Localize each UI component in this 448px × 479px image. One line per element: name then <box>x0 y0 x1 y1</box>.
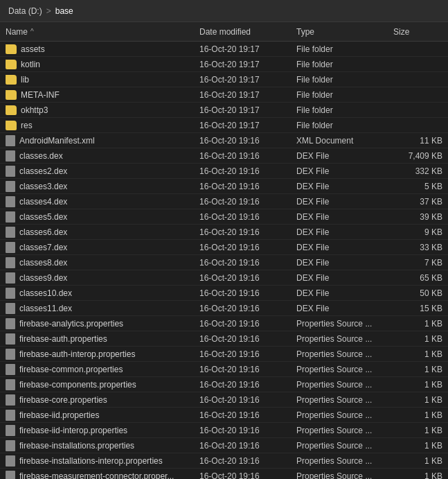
file-type: Properties Source ... <box>291 456 388 466</box>
file-type: DEX File <box>291 182 388 191</box>
file-date: 16-Oct-20 19:16 <box>194 166 291 176</box>
file-icon <box>6 425 15 436</box>
file-type: Properties Source ... <box>291 471 388 480</box>
file-icon <box>6 288 15 299</box>
file-name: kotlin <box>21 60 188 69</box>
file-name: firebase-auth-interop.properties <box>19 349 188 359</box>
file-type: File folder <box>291 90 388 100</box>
file-type: File folder <box>291 121 388 130</box>
table-row[interactable]: firebase-analytics.properties16-Oct-20 1… <box>0 316 448 331</box>
file-date: 16-Oct-20 19:16 <box>194 273 291 283</box>
file-size: 7,409 KB <box>388 151 448 161</box>
table-row[interactable]: classes7.dex16-Oct-20 19:16DEX File33 KB <box>0 240 448 255</box>
table-row[interactable]: firebase-core.properties16-Oct-20 19:16P… <box>0 392 448 408</box>
file-name: classes2.dex <box>19 166 188 176</box>
file-name: classes11.dex <box>19 304 188 313</box>
file-name: firebase-measurement-connector.proper... <box>19 471 188 480</box>
file-icon <box>6 455 15 467</box>
file-icon <box>6 379 15 390</box>
file-name: classes8.dex <box>19 258 188 268</box>
file-size: 50 KB <box>388 288 448 298</box>
file-date: 16-Oct-20 19:16 <box>194 349 291 359</box>
table-row[interactable]: firebase-iid.properties16-Oct-20 19:16Pr… <box>0 408 448 423</box>
file-date: 16-Oct-20 19:16 <box>194 197 291 207</box>
table-row[interactable]: classes10.dex16-Oct-20 19:16DEX File50 K… <box>0 286 448 301</box>
folder-icon <box>6 90 17 100</box>
file-icon <box>6 303 15 314</box>
file-type: File folder <box>291 60 388 69</box>
file-size: 1 KB <box>388 334 448 344</box>
file-type: File folder <box>291 105 388 115</box>
table-row[interactable]: classes4.dex16-Oct-20 19:16DEX File37 KB <box>0 194 448 209</box>
file-type: DEX File <box>291 151 388 161</box>
file-icon <box>6 196 15 207</box>
col-header-size[interactable]: Size <box>388 27 448 37</box>
table-row[interactable]: firebase-installations.properties16-Oct-… <box>0 438 448 453</box>
file-date: 16-Oct-20 19:16 <box>194 426 291 435</box>
file-type: DEX File <box>291 212 388 222</box>
file-name: firebase-iid-interop.properties <box>19 426 188 435</box>
table-row[interactable]: res16-Oct-20 19:17File folder <box>0 118 448 133</box>
file-name: classes3.dex <box>19 182 188 191</box>
file-icon <box>6 394 15 406</box>
table-row[interactable]: AndroidManifest.xml16-Oct-20 19:16XML Do… <box>0 133 448 148</box>
file-size: 37 KB <box>388 197 448 207</box>
table-row[interactable]: firebase-auth.properties16-Oct-20 19:16P… <box>0 331 448 347</box>
table-row[interactable]: firebase-installations-interop.propertie… <box>0 453 448 469</box>
file-type: DEX File <box>291 197 388 207</box>
file-icon <box>6 410 15 421</box>
file-date: 16-Oct-20 19:17 <box>194 44 291 54</box>
table-row[interactable]: firebase-components.properties16-Oct-20 … <box>0 377 448 392</box>
table-row[interactable]: firebase-measurement-connector.proper...… <box>0 469 448 479</box>
file-size: 1 KB <box>388 395 448 405</box>
table-row[interactable]: classes11.dex16-Oct-20 19:16DEX File15 K… <box>0 301 448 316</box>
file-icon <box>6 364 15 375</box>
col-header-name[interactable]: Name ^ <box>0 27 194 37</box>
file-date: 16-Oct-20 19:17 <box>194 105 291 115</box>
file-date: 16-Oct-20 19:17 <box>194 75 291 85</box>
table-row[interactable]: firebase-auth-interop.properties16-Oct-2… <box>0 347 448 362</box>
file-date: 16-Oct-20 19:16 <box>194 456 291 466</box>
col-header-type[interactable]: Type <box>291 27 388 37</box>
file-size: 5 KB <box>388 182 448 191</box>
file-date: 16-Oct-20 19:16 <box>194 182 291 191</box>
file-icon <box>6 272 15 284</box>
table-row[interactable]: classes6.dex16-Oct-20 19:16DEX File9 KB <box>0 225 448 240</box>
file-icon <box>6 257 15 268</box>
file-date: 16-Oct-20 19:16 <box>194 258 291 268</box>
file-date: 16-Oct-20 19:16 <box>194 227 291 237</box>
table-row[interactable]: kotlin16-Oct-20 19:17File folder <box>0 57 448 72</box>
file-type: DEX File <box>291 304 388 313</box>
table-row[interactable]: assets16-Oct-20 19:17File folder <box>0 42 448 57</box>
file-icon <box>6 227 15 238</box>
table-row[interactable]: classes.dex16-Oct-20 19:16DEX File7,409 … <box>0 148 448 164</box>
file-date: 16-Oct-20 19:16 <box>194 212 291 222</box>
table-row[interactable]: classes9.dex16-Oct-20 19:16DEX File65 KB <box>0 270 448 286</box>
file-date: 16-Oct-20 19:17 <box>194 60 291 69</box>
table-row[interactable]: META-INF16-Oct-20 19:17File folder <box>0 87 448 103</box>
file-size: 1 KB <box>388 426 448 435</box>
title-bar: Data (D:) > base <box>0 0 448 22</box>
breadcrumb-parent[interactable]: Data (D:) <box>8 6 42 16</box>
file-date: 16-Oct-20 19:16 <box>194 334 291 344</box>
file-type: Properties Source ... <box>291 441 388 451</box>
file-type: Properties Source ... <box>291 410 388 420</box>
table-row[interactable]: okhttp316-Oct-20 19:17File folder <box>0 103 448 118</box>
table-row[interactable]: classes2.dex16-Oct-20 19:16DEX File332 K… <box>0 164 448 179</box>
col-header-date[interactable]: Date modified <box>194 27 291 37</box>
breadcrumb-current[interactable]: base <box>55 6 73 16</box>
file-type: DEX File <box>291 258 388 268</box>
folder-icon <box>6 44 17 54</box>
file-icon <box>6 150 15 162</box>
table-row[interactable]: firebase-iid-interop.properties16-Oct-20… <box>0 423 448 438</box>
file-name: lib <box>21 75 188 85</box>
table-row[interactable]: lib16-Oct-20 19:17File folder <box>0 72 448 87</box>
folder-icon <box>6 121 17 130</box>
table-row[interactable]: classes8.dex16-Oct-20 19:16DEX File7 KB <box>0 255 448 270</box>
file-icon <box>6 318 15 329</box>
table-row[interactable]: classes3.dex16-Oct-20 19:16DEX File5 KB <box>0 179 448 194</box>
table-row[interactable]: firebase-common.properties16-Oct-20 19:1… <box>0 362 448 377</box>
file-size: 1 KB <box>388 456 448 466</box>
file-type: DEX File <box>291 166 388 176</box>
table-row[interactable]: classes5.dex16-Oct-20 19:16DEX File39 KB <box>0 209 448 225</box>
